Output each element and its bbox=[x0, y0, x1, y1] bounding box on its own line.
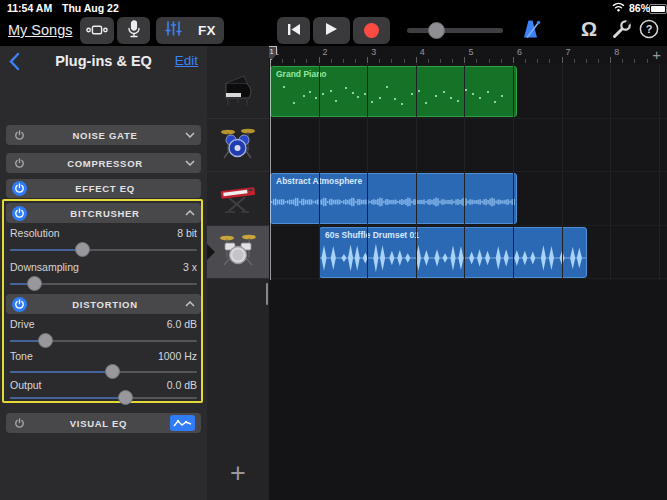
param-label: Downsampling bbox=[10, 261, 79, 274]
tone-slider[interactable] bbox=[10, 364, 197, 379]
drum-kit-acoustic-icon bbox=[216, 228, 260, 276]
slider-knob[interactable] bbox=[105, 364, 120, 379]
power-toggle-icon[interactable] bbox=[12, 297, 27, 312]
param-value: 3 x bbox=[183, 261, 197, 274]
track-controls-button[interactable] bbox=[80, 17, 114, 44]
play-icon bbox=[325, 22, 338, 40]
slider-knob[interactable] bbox=[38, 333, 53, 348]
status-bar: 11:54 AM Thu Aug 22 86% bbox=[0, 0, 667, 15]
plugin-row-compressor[interactable]: COMPRESSOR bbox=[6, 153, 201, 173]
ruler-bar[interactable]: 7 bbox=[562, 46, 611, 64]
settings-button[interactable] bbox=[608, 18, 634, 44]
param-row: Downsampling 3 x bbox=[10, 261, 197, 274]
help-button[interactable]: ? bbox=[636, 18, 662, 44]
midi-notes bbox=[271, 67, 516, 116]
bar-gridline bbox=[319, 64, 320, 280]
microphone-button[interactable] bbox=[117, 17, 150, 44]
panel-header: Plug-ins & EQ Edit bbox=[0, 50, 207, 74]
downsampling-slider[interactable] bbox=[10, 276, 197, 291]
param-value: 6.0 dB bbox=[167, 318, 197, 331]
timeline-ruler[interactable]: 12345678 bbox=[269, 46, 667, 64]
bar-gridline bbox=[416, 64, 417, 280]
ruler-bar[interactable]: 6 bbox=[513, 46, 562, 64]
ruler-bar[interactable]: 2 bbox=[319, 46, 368, 64]
param-label: Drive bbox=[10, 318, 35, 331]
power-toggle-icon[interactable] bbox=[12, 416, 27, 431]
visual-eq-curve-button[interactable] bbox=[170, 415, 195, 431]
output-slider[interactable] bbox=[10, 390, 197, 405]
slider-knob[interactable] bbox=[27, 276, 42, 291]
selected-track-notch bbox=[207, 244, 215, 260]
master-volume-slider[interactable] bbox=[407, 28, 503, 33]
slider-knob[interactable] bbox=[75, 242, 90, 257]
chevron-down-icon bbox=[183, 160, 195, 166]
fx-button[interactable]: FX bbox=[190, 17, 224, 44]
param-row: Drive 6.0 dB bbox=[10, 318, 197, 331]
metronome-button[interactable] bbox=[519, 18, 545, 44]
region-abstract-atmosphere[interactable]: Abstract Atmosphere bbox=[270, 173, 517, 224]
playhead-line[interactable] bbox=[270, 59, 272, 280]
track-header-drums-acoustic[interactable] bbox=[207, 226, 269, 280]
plugin-name: DISTORTION bbox=[27, 299, 183, 310]
plugin-row-visual-eq[interactable]: VISUAL EQ bbox=[6, 413, 201, 433]
plugins-eq-panel: Plug-ins & EQ Edit NOISE GATE COMPRESSOR bbox=[0, 46, 207, 500]
plugin-name: NOISE GATE bbox=[27, 130, 183, 141]
mixer-controls-button[interactable] bbox=[156, 17, 190, 44]
bar-gridline bbox=[513, 64, 514, 280]
my-songs-button[interactable]: My Songs bbox=[8, 22, 72, 38]
region-60s-shuffle-drumset[interactable]: 60s Shuffle Drumset 01 bbox=[319, 227, 587, 278]
track-header-grand-piano[interactable] bbox=[207, 65, 269, 119]
ruler-bar[interactable]: 5 bbox=[464, 46, 513, 64]
plugin-row-distortion[interactable]: DISTORTION bbox=[6, 294, 201, 314]
volume-slider-knob[interactable] bbox=[428, 22, 445, 39]
lane-separator bbox=[269, 118, 667, 119]
edit-button[interactable]: Edit bbox=[175, 53, 198, 68]
plugin-row-effect-eq[interactable]: EFFECT EQ bbox=[6, 179, 201, 198]
power-toggle-icon[interactable] bbox=[12, 181, 27, 196]
plugin-name: VISUAL EQ bbox=[27, 418, 170, 429]
settings-wrench-icon bbox=[611, 19, 632, 44]
add-bars-button[interactable]: + bbox=[652, 46, 661, 63]
track-header-drums-electronic[interactable] bbox=[207, 119, 269, 173]
mixer-sliders-icon bbox=[165, 20, 182, 41]
rewind-to-start-button[interactable] bbox=[277, 17, 310, 44]
slider-knob[interactable] bbox=[118, 390, 133, 405]
param-row: Resolution 8 bit bbox=[10, 227, 197, 240]
lane-separator bbox=[269, 278, 667, 279]
record-button[interactable] bbox=[353, 17, 390, 44]
plugin-row-noise-gate[interactable]: NOISE GATE bbox=[6, 125, 201, 145]
toolbar: My Songs FX bbox=[0, 15, 667, 46]
add-track-button[interactable]: + bbox=[207, 458, 269, 489]
param-value: 8 bit bbox=[177, 227, 197, 240]
resolution-slider[interactable] bbox=[10, 242, 197, 257]
track-header-keyboard[interactable] bbox=[207, 172, 269, 226]
plugin-name: BITCRUSHER bbox=[27, 208, 183, 219]
loop-browser-button[interactable]: Ω bbox=[576, 16, 602, 42]
plugin-row-bitcrusher[interactable]: BITCRUSHER bbox=[6, 203, 201, 223]
bar-gridline bbox=[610, 64, 611, 280]
rewind-to-start-icon bbox=[287, 22, 301, 40]
drive-slider[interactable] bbox=[10, 333, 197, 348]
microphone-icon bbox=[127, 20, 141, 42]
drum-waveform bbox=[320, 239, 586, 277]
ruler-bar[interactable]: 4 bbox=[416, 46, 465, 64]
svg-text:?: ? bbox=[646, 23, 653, 35]
loop-browser-icon: Ω bbox=[581, 18, 597, 41]
lane-separator bbox=[269, 225, 667, 226]
battery-percent: 86% bbox=[629, 2, 650, 14]
power-toggle-icon[interactable] bbox=[12, 206, 27, 221]
power-toggle-icon[interactable] bbox=[12, 128, 27, 143]
audio-connector-icon bbox=[86, 22, 108, 40]
timeline-area[interactable]: 12345678 + Grand Piano Abstract Atmosphe… bbox=[269, 46, 667, 500]
ruler-bar[interactable]: 3 bbox=[367, 46, 416, 64]
region-grand-piano[interactable]: Grand Piano bbox=[270, 66, 517, 117]
ruler-bar[interactable]: 1 bbox=[270, 46, 319, 64]
power-toggle-icon[interactable] bbox=[12, 156, 27, 171]
wifi-icon bbox=[612, 2, 625, 14]
play-button[interactable] bbox=[313, 17, 350, 44]
fx-controls-group: FX bbox=[156, 17, 224, 44]
garageband-screen: 11:54 AM Thu Aug 22 86% My Songs bbox=[0, 0, 667, 500]
bar-gridline bbox=[464, 64, 465, 280]
metronome-icon bbox=[521, 18, 543, 44]
plugin-name: EFFECT EQ bbox=[27, 183, 183, 194]
